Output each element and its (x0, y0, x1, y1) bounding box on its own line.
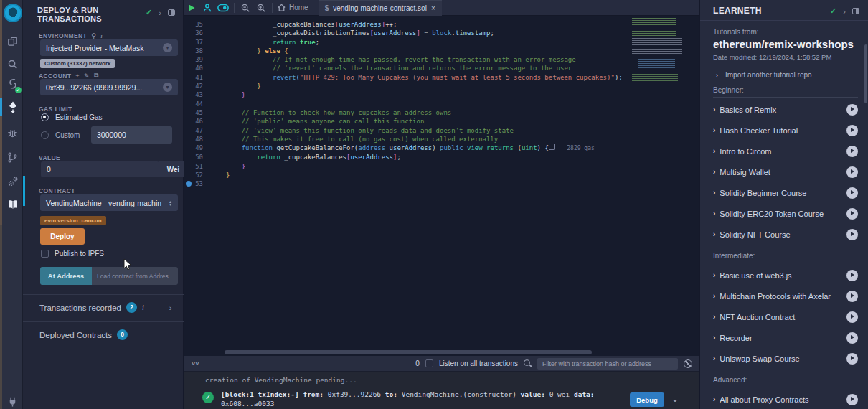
play-tutorial-icon[interactable] (846, 270, 858, 281)
panel-expand-icon[interactable]: › (159, 9, 161, 17)
line-number[interactable]: 39 (184, 55, 215, 64)
estimated-gas-option[interactable]: Estimated Gas (41, 113, 103, 121)
play-tutorial-icon[interactable] (846, 291, 858, 302)
sidebar-item-file-explorer[interactable] (2, 32, 23, 50)
line-number[interactable]: 47 (184, 126, 215, 135)
debug-button[interactable]: Debug (630, 392, 664, 407)
chevron-right-icon[interactable]: › (713, 395, 715, 403)
play-tutorial-icon[interactable] (846, 146, 858, 157)
play-tutorial-icon[interactable] (846, 332, 858, 344)
contract-select[interactable]: VendingMachine - vending-machin ▲▼ (40, 194, 178, 211)
transactions-expand-icon[interactable]: › (169, 304, 172, 312)
play-tutorial-icon[interactable] (846, 208, 858, 220)
tutorial-item[interactable]: ›Intro to Circom (713, 141, 858, 161)
sidebar-item-learneth[interactable] (2, 195, 23, 214)
learneth-layout-icon[interactable] (852, 8, 859, 14)
line-number[interactable]: 35 (184, 20, 215, 29)
at-address-button[interactable]: At Address (40, 267, 92, 285)
line-number[interactable]: 51 (184, 162, 215, 171)
chevron-right-icon[interactable]: › (713, 189, 715, 197)
play-tutorial-icon[interactable] (846, 311, 858, 323)
tutorial-item[interactable]: ›Uniswap Swap Course (713, 348, 858, 369)
chevron-right-icon[interactable]: › (713, 313, 715, 321)
line-number[interactable]: 36 (184, 29, 215, 37)
add-account-icon[interactable]: + (75, 72, 80, 80)
sidebar-item-plugin-manager[interactable] (2, 392, 23, 409)
line-number[interactable]: 46 (184, 117, 215, 126)
line-number[interactable]: 48 (184, 135, 215, 144)
value-input[interactable] (41, 161, 159, 177)
line-number[interactable]: 44 (184, 100, 215, 108)
at-address-input[interactable] (92, 267, 178, 285)
play-tutorial-icon[interactable] (846, 166, 858, 178)
home-tab[interactable] (275, 0, 287, 16)
line-number[interactable]: 40 (184, 64, 215, 72)
publish-ipfs-option[interactable]: Publish to IPFS (41, 250, 104, 258)
listen-all-checkbox[interactable] (425, 359, 433, 367)
chevron-right-icon[interactable]: › (713, 271, 715, 279)
tutorial-item[interactable]: ›Multichain Protocols with Axelar (713, 286, 858, 306)
chevron-right-icon[interactable]: › (713, 210, 715, 217)
play-tutorial-icon[interactable] (846, 353, 858, 365)
line-number[interactable]: 37 (184, 38, 215, 47)
transactions-info-icon[interactable]: i (142, 304, 144, 311)
custom-gas-radio[interactable] (41, 131, 49, 139)
panel-layout-icon[interactable] (168, 9, 175, 16)
chevron-right-icon[interactable]: › (713, 334, 715, 342)
line-number[interactable]: 38 (184, 47, 215, 55)
tutorial-item[interactable]: ›NFT Auction Contract (713, 306, 858, 327)
theme-toggle-button[interactable] (215, 0, 231, 16)
tutorial-item[interactable]: ›Solidity NFT Course (713, 224, 858, 245)
play-tutorial-icon[interactable] (846, 125, 858, 136)
chevron-right-icon[interactable]: › (713, 230, 715, 238)
chevron-right-icon[interactable]: › (713, 126, 715, 134)
chevron-right-icon[interactable]: › (713, 354, 715, 362)
zoom-out-button[interactable] (237, 0, 253, 16)
clear-console-icon[interactable] (684, 359, 692, 368)
estimated-gas-radio[interactable] (41, 113, 49, 121)
deployed-contracts-row[interactable]: Deployed Contracts 0 (39, 329, 128, 340)
line-number[interactable]: 45 (184, 108, 215, 117)
environment-info-icon[interactable]: i (100, 32, 103, 39)
learneth-scrollbar[interactable] (864, 44, 867, 103)
tutorial-item[interactable]: ›All about Proxy Contracts (713, 389, 858, 409)
run-script-button[interactable] (184, 0, 199, 16)
tutorial-item[interactable]: ›Basic use of web3.js (713, 265, 858, 286)
remix-logo[interactable] (2, 4, 23, 22)
code-editor[interactable]: 35 _cupcakeBalances[userAddress]++;36 _c… (184, 17, 699, 349)
line-number[interactable]: 42 (184, 82, 215, 90)
transaction-entry[interactable]: ✓ [block:1 txIndex:-] from: 0xf39...9226… (184, 384, 699, 409)
tutorial-item[interactable]: ›Basics of Remix (713, 99, 858, 120)
sidebar-item-deploy-run[interactable] (2, 98, 23, 116)
tx-expand-icon[interactable]: ⌄ (671, 394, 679, 404)
import-repo-row[interactable]: › Import another tutorial repo (700, 61, 868, 79)
line-number[interactable]: 50 (184, 153, 215, 161)
play-tutorial-icon[interactable] (846, 104, 858, 116)
publish-ipfs-checkbox[interactable] (41, 250, 49, 258)
play-tutorial-icon[interactable] (846, 229, 858, 240)
line-number[interactable]: 49 (184, 144, 215, 153)
sidebar-item-git[interactable] (2, 148, 23, 166)
plug-mini-icon[interactable]: ⚲ (91, 32, 96, 39)
home-label[interactable]: Home (289, 4, 308, 11)
play-tutorial-icon[interactable] (846, 394, 858, 405)
chevron-right-icon[interactable]: › (713, 168, 715, 176)
tutorial-item[interactable]: ›Hash Checker Tutorial (713, 120, 858, 141)
side-panel-scrollbar[interactable] (23, 176, 25, 206)
edit-account-icon[interactable]: ✎ (84, 72, 90, 80)
deploy-button[interactable]: Deploy (40, 228, 85, 245)
zoom-in-button[interactable] (253, 0, 269, 16)
tutorial-item[interactable]: ›Multisig Wallet (713, 161, 858, 182)
chevron-right-icon[interactable]: › (713, 147, 715, 155)
horizontal-scrollbar[interactable] (225, 350, 592, 354)
tab-vending-machine-contract[interactable]: $ vending-machine-contract.sol × (319, 0, 442, 16)
tutorial-item[interactable]: ›Solidity Beginner Course (713, 182, 858, 203)
account-select[interactable]: 0xf39...92266 (9999.99929... ▾ (40, 79, 178, 95)
line-number[interactable]: 41 (184, 73, 215, 82)
sidebar-item-search[interactable] (2, 55, 23, 73)
tutorial-item[interactable]: ›Solidity ERC20 Token Course (713, 203, 858, 224)
minimap[interactable] (632, 18, 685, 90)
sidebar-item-settings[interactable] (2, 172, 23, 191)
sidebar-item-debugger[interactable] (2, 123, 23, 142)
sidebar-item-solidity-compiler[interactable]: ✓ (2, 75, 23, 93)
